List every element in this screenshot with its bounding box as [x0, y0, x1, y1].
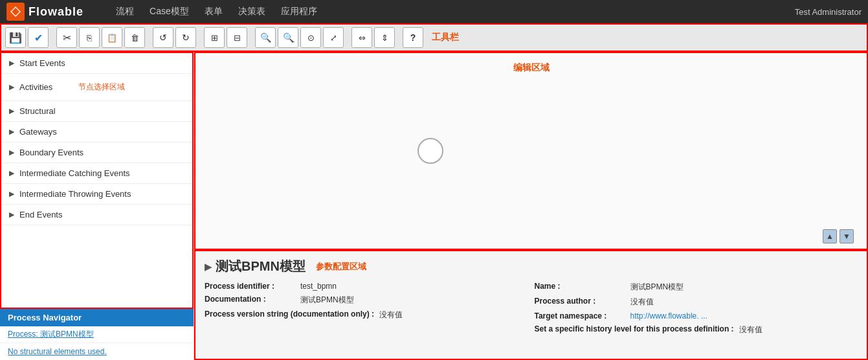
panel-subtitle: 参数配置区域: [316, 261, 366, 273]
nav-down-button[interactable]: ▼: [840, 229, 854, 243]
nav-item-decision[interactable]: 决策表: [238, 3, 265, 20]
toolbar-label: 工具栏: [432, 32, 459, 43]
delete-button[interactable]: 🗑: [124, 27, 145, 48]
paste-button[interactable]: 📋: [102, 27, 122, 48]
sidebar-item-boundary-events[interactable]: ▶ Boundary Events: [1, 142, 192, 163]
panel-title: ▶ 测试BPMN模型: [205, 258, 306, 275]
name-label: Name :: [535, 282, 625, 291]
target-namespace-row: Target namespace : http://www.flowable. …: [535, 311, 858, 321]
fit-page-button[interactable]: ⤢: [323, 27, 344, 48]
chevron-right-icon: ▶: [9, 107, 14, 115]
nav-item-app[interactable]: 应用程序: [281, 3, 317, 20]
process-identifier-label: Process identifier :: [205, 282, 295, 291]
chevron-right-icon: ▶: [9, 128, 14, 136]
user-info: Test Administrator: [795, 7, 862, 17]
version-string-row: Process version string (documentation on…: [205, 309, 528, 321]
process-navigator: Process Navigator: [0, 309, 194, 326]
sidebar-item-label: Intermediate Throwing Events: [19, 189, 131, 199]
sidebar-item-intermediate-catching[interactable]: ▶ Intermediate Catching Events: [1, 163, 192, 184]
panel-column-right: Name : 测试BPMN模型 Process author : 没有值 Tar…: [535, 282, 858, 335]
nav-item-case[interactable]: Case模型: [150, 3, 189, 20]
chevron-right-icon: ▶: [9, 169, 14, 177]
chevron-right-icon: ▶: [9, 59, 14, 67]
right-content: 编辑区域 ▲ ▼ ▶ 测试BPMN模型 参数配置区域 Process iden: [194, 52, 868, 360]
sidebar-item-end-events[interactable]: ▶ End Events: [1, 205, 192, 225]
nav-up-button[interactable]: ▲: [823, 229, 837, 243]
no-structural-message: No structural elements used.: [0, 343, 194, 360]
documentation-value: 测试BPMN模型: [300, 295, 354, 306]
name-value: 测试BPMN模型: [630, 282, 684, 293]
panel-title-row: ▶ 测试BPMN模型 参数配置区域: [205, 258, 858, 275]
version-string-value: 没有值: [379, 309, 403, 321]
documentation-label: Documentation :: [205, 295, 295, 304]
logo-text: Flowable: [28, 5, 83, 19]
logo-icon: [6, 3, 25, 21]
redo-button[interactable]: ↻: [175, 27, 196, 48]
target-namespace-label: Target namespace :: [535, 311, 625, 321]
svg-marker-1: [12, 8, 19, 16]
chevron-right-icon: ▶: [9, 210, 14, 219]
expand-button[interactable]: ⇔: [351, 27, 372, 48]
snap-button[interactable]: ⊟: [227, 27, 247, 48]
sidebar-item-gateways[interactable]: ▶ Gateways: [1, 122, 192, 142]
sidebar-item-label: Start Events: [19, 58, 65, 68]
expand-icon: ▶: [205, 262, 212, 272]
left-sidebar: ▶ Start Events ▶ Activities 节点选择区域 ▶ Str…: [0, 52, 194, 360]
copy-button[interactable]: ⎘: [79, 27, 100, 48]
sidebar-item-intermediate-throwing[interactable]: ▶ Intermediate Throwing Events: [1, 184, 192, 205]
sidebar-item-structural[interactable]: ▶ Structural: [1, 101, 192, 122]
process-author-row: Process author : 没有值: [535, 297, 858, 308]
process-info: Process: 测试BPMN模型: [0, 326, 194, 343]
undo-button[interactable]: ↺: [153, 27, 173, 48]
zoom-in-button[interactable]: 🔍: [255, 27, 276, 48]
zoom-out-button[interactable]: 🔍−: [278, 27, 298, 48]
edit-area[interactable]: 编辑区域 ▲ ▼: [194, 52, 868, 250]
zoom-fit-button[interactable]: ⊙: [300, 27, 321, 48]
history-level-label: Set a specific history level for this pr…: [535, 324, 734, 335]
canvas-element[interactable]: [417, 138, 443, 164]
sidebar-item-label: Activities: [19, 82, 52, 92]
sidebar-item-label: Intermediate Catching Events: [19, 168, 130, 178]
chevron-right-icon: ▶: [9, 190, 14, 198]
help-button[interactable]: ?: [403, 27, 423, 48]
process-identifier-value: test_bpmn: [300, 282, 337, 291]
process-identifier-row: Process identifier : test_bpmn: [205, 282, 528, 291]
nav-item-process[interactable]: 流程: [116, 3, 134, 20]
sidebar-item-label: Gateways: [19, 127, 57, 137]
properties-grid: Process identifier : test_bpmn Documenta…: [205, 282, 858, 335]
properties-panel: ▶ 测试BPMN模型 参数配置区域 Process identifier : t…: [194, 250, 868, 360]
sidebar-item-label: Structural: [19, 106, 56, 116]
panel-column-left: Process identifier : test_bpmn Documenta…: [205, 282, 528, 335]
sidebar-item-label: Boundary Events: [19, 148, 83, 157]
nav-menu: 流程 Case模型 表单 决策表 应用程序: [116, 3, 317, 20]
cut-button[interactable]: ✂: [56, 27, 77, 48]
nav-item-form[interactable]: 表单: [205, 3, 223, 20]
logo: Flowable: [6, 3, 83, 21]
target-namespace-value[interactable]: http://www.flowable. ...: [630, 311, 707, 321]
navigation-arrows: ▲ ▼: [823, 229, 854, 243]
validate-button[interactable]: ✔: [28, 27, 49, 48]
history-level-row: Set a specific history level for this pr…: [535, 324, 858, 335]
edit-area-label: 编辑区域: [513, 62, 550, 74]
sidebar-item-label: End Events: [19, 210, 63, 219]
save-button[interactable]: 💾: [5, 27, 26, 48]
grid-button[interactable]: ⊞: [204, 27, 225, 48]
collapse-button[interactable]: ⇕: [374, 27, 395, 48]
main-layout: ▶ Start Events ▶ Activities 节点选择区域 ▶ Str…: [0, 52, 868, 360]
process-author-value: 没有值: [630, 297, 654, 308]
history-level-value: 没有值: [739, 324, 762, 335]
name-row: Name : 测试BPMN模型: [535, 282, 858, 293]
node-area-label: 节点选择区域: [52, 79, 151, 95]
version-string-label: Process version string (documentation on…: [205, 309, 374, 320]
sidebar-item-activities[interactable]: ▶ Activities 节点选择区域: [1, 74, 192, 101]
toolbar: 💾 ✔ ✂ ⎘ 📋 🗑 ↺ ↻ ⊞ ⊟ 🔍 🔍− ⊙ ⤢ ⇔ ⇕ ? 工具栏: [0, 23, 868, 52]
chevron-right-icon: ▶: [9, 148, 14, 157]
documentation-row: Documentation : 测试BPMN模型: [205, 295, 528, 306]
top-navigation: Flowable 流程 Case模型 表单 决策表 应用程序 Test Admi…: [0, 0, 868, 23]
process-author-label: Process author :: [535, 297, 625, 306]
sidebar-item-start-events[interactable]: ▶ Start Events: [1, 53, 192, 74]
chevron-right-icon: ▶: [9, 83, 14, 91]
sidebar-scroll[interactable]: ▶ Start Events ▶ Activities 节点选择区域 ▶ Str…: [0, 52, 194, 309]
